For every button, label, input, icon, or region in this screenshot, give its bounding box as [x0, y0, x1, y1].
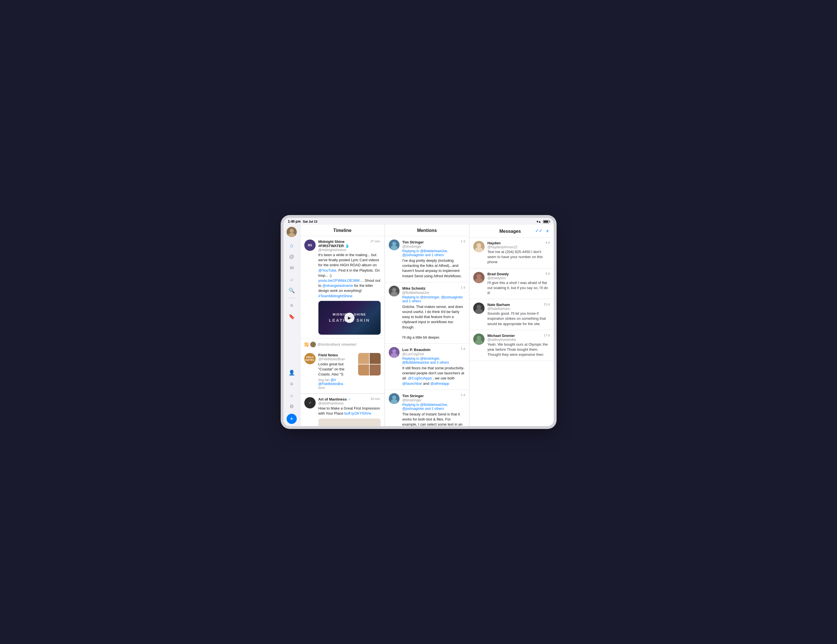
tim-body-1: Tim Stringer @timstringer 1 d Replying t… — [402, 239, 465, 279]
tim-handle-1: @timstringer — [402, 244, 424, 249]
fn-media-1 — [358, 353, 369, 364]
sidebar-gear-icon[interactable]: ⚙ — [287, 401, 297, 411]
messages-header: Messages ✓✓ + — [469, 224, 553, 238]
mike-text-1: Gotcha. That makes sense, and does sound… — [402, 304, 465, 340]
tim-time-1: 1 d — [461, 239, 465, 249]
battery-icon — [543, 220, 549, 223]
midnight-content: Midnight Shine #FIRSTWATER 💧 @midnightsh… — [318, 239, 381, 335]
nate-name: Nate Barham — [487, 303, 510, 307]
midnight-name: Midnight Shine #FIRSTWATER 💧 — [318, 239, 371, 248]
status-bar: 1:40 pm Sat Jul 13 ▾▲ — [284, 218, 554, 224]
nate-time: 15 d — [544, 303, 550, 311]
status-date: Sat Jul 13 — [303, 220, 317, 223]
tim-avatar-2 — [389, 393, 399, 404]
sidebar-at-icon[interactable]: @ — [287, 252, 297, 262]
nate-text: Sounds good. I'll let you know if inspir… — [487, 311, 550, 326]
compose-button[interactable]: + — [287, 414, 297, 424]
svg-point-30 — [477, 305, 481, 309]
luc-name: Luc P. Beaudoin — [402, 347, 430, 352]
nate-handle: @NateBarham — [487, 307, 510, 311]
hayden-body: Hayden @haydenjohnson22 4 d Text me at (… — [487, 241, 550, 265]
mike-avatar-1 — [389, 286, 399, 297]
tim-time-2: 1 d — [461, 393, 465, 402]
messages-title: Messages — [485, 229, 535, 234]
midnight-handle: @midnightshineon — [318, 248, 371, 252]
luc-reply: Replying to @timstringer, @BobbleheadJoe… — [402, 357, 465, 364]
michael-body: Michael Grenier @sellmyhomemike 17 d Yea… — [487, 334, 550, 357]
hayden-handle: @haydenjohnson22 — [487, 245, 517, 249]
wifi-icon: ▾▲ — [537, 220, 542, 223]
retweet-label: @tombrodbeck retweeted — [318, 342, 356, 346]
timeline-column: Timeline MS — [300, 224, 385, 426]
timeline-header: Timeline — [300, 224, 384, 236]
michael-avatar — [473, 334, 484, 345]
mike-time-1: 1 d — [461, 286, 465, 295]
artofmanliness-time: 34 min. — [371, 397, 381, 400]
add-message-button[interactable]: + — [546, 228, 549, 234]
luc-body: Luc P. Beaudoin @LucCogZest 1 d Replying… — [402, 347, 465, 386]
user-avatar[interactable] — [287, 227, 297, 237]
michael-text: Yeah. We bought ours at Olympic the year… — [487, 342, 550, 357]
content-area: Timeline MS — [300, 224, 554, 426]
fn-media-2 — [370, 353, 381, 364]
mentions-scroll[interactable]: Tim Stringer @timstringer 1 d Replying t… — [385, 236, 469, 426]
mike-reply-1: Replying to @timstringer, @joshuaginter … — [402, 295, 465, 303]
fn-media-4 — [370, 364, 381, 375]
messages-column: Messages ✓✓ + — [469, 224, 553, 426]
svg-point-9 — [392, 242, 396, 246]
tim-body-2: Tim Stringer @timstringer 1 d Replying t… — [402, 393, 465, 426]
sidebar-filter-icon[interactable]: ≡ — [287, 379, 297, 389]
mention-tim-2: Tim Stringer @timstringer 1 d Replying t… — [385, 390, 469, 426]
luc-text: It still floors me that some productivit… — [402, 365, 465, 386]
sidebar-user-icon[interactable]: 👤 — [287, 368, 297, 378]
brad-avatar — [473, 272, 484, 283]
artofmanliness-media — [318, 419, 381, 426]
svg-text:♂: ♂ — [308, 400, 311, 405]
fieldnotes-text: Looks great but "Coastal" on the Coasts.… — [318, 362, 355, 377]
messages-scroll[interactable]: Hayden @haydenjohnson22 4 d Text me at (… — [469, 238, 553, 426]
tim-reply-1: Replying to @BobbleheadJoe, @joshuaginte… — [402, 249, 465, 257]
tim-name-1: Tim Stringer — [402, 240, 424, 244]
sidebar-divider — [288, 298, 295, 298]
sidebar-home-icon[interactable]: ⌂ — [287, 240, 297, 251]
status-time: 1:40 pm — [288, 220, 301, 223]
fieldnotes-avatar: FIELDNOTES — [304, 353, 315, 364]
timeline-scroll[interactable]: MS Midnight Shine #FIRSTWATER 💧 @midnigh… — [300, 236, 384, 426]
message-michael: Michael Grenier @sellmyhomemike 17 d Yea… — [469, 330, 553, 361]
sidebar-list-icon[interactable]: ≡ — [287, 300, 297, 310]
mention-luc: Luc P. Beaudoin @LucCogZest 1 d Replying… — [385, 344, 469, 390]
tweet-fieldnotes-wrapper: 🔁 @tombrodbeck retweeted FIELDNOTES — [300, 339, 384, 394]
fieldnotes-media — [358, 353, 381, 375]
hayden-name: Hayden — [487, 241, 517, 245]
message-nate: Nate Barham @NateBarham 15 d Sounds good… — [469, 299, 553, 330]
tim-text-2: The beauty of Instant Send is that it wo… — [402, 412, 465, 426]
play-button[interactable]: ▶ — [344, 313, 354, 323]
timeline-title: Timeline — [333, 228, 352, 233]
midnight-text: It's been a while in the making... but w… — [318, 252, 381, 299]
sidebar-search3-icon[interactable]: ⌕ — [287, 390, 297, 400]
svg-point-12 — [392, 288, 396, 292]
mention-tim-1: Tim Stringer @timstringer 1 d Replying t… — [385, 236, 469, 282]
nate-body: Nate Barham @NateBarham 15 d Sounds good… — [487, 303, 550, 326]
svg-point-5 — [310, 342, 316, 347]
tweet-midnight-shine: MS Midnight Shine #FIRSTWATER 💧 @midnigh… — [300, 236, 384, 338]
sidebar-search-icon[interactable]: ⌕ — [287, 274, 297, 284]
brad-name: Brad Dowdy — [487, 272, 509, 276]
message-hayden: Hayden @haydenjohnson22 4 d Text me at (… — [469, 238, 553, 269]
svg-text:MS: MS — [308, 244, 312, 247]
checkmark-button[interactable]: ✓✓ — [535, 228, 543, 234]
mike-body-1: Mike Schmitz @BobbleheadJoe 1 d Replying… — [402, 286, 465, 340]
artofmanliness-text: How to Make a Great First Impression wit… — [318, 406, 381, 416]
svg-point-1 — [290, 229, 294, 233]
brad-handle: @dowdyism — [487, 276, 509, 280]
nate-avatar — [473, 303, 484, 314]
luc-time: 1 d — [461, 347, 465, 356]
midnight-avatar: MS — [304, 239, 315, 251]
sidebar-search2-icon[interactable]: 🔍 — [287, 285, 297, 295]
svg-point-24 — [477, 243, 481, 248]
mike-handle-1: @BobbleheadJoe — [402, 291, 429, 295]
sidebar-mail-icon[interactable]: ✉ — [287, 263, 297, 273]
tweet-artofmanliness: ♂ Art of Manliness ✓ @artofmanl — [300, 394, 384, 426]
fieldnotes-handle: @FieldNotesBran — [318, 357, 345, 361]
sidebar-bookmark-icon[interactable]: 🔖 — [287, 311, 297, 322]
